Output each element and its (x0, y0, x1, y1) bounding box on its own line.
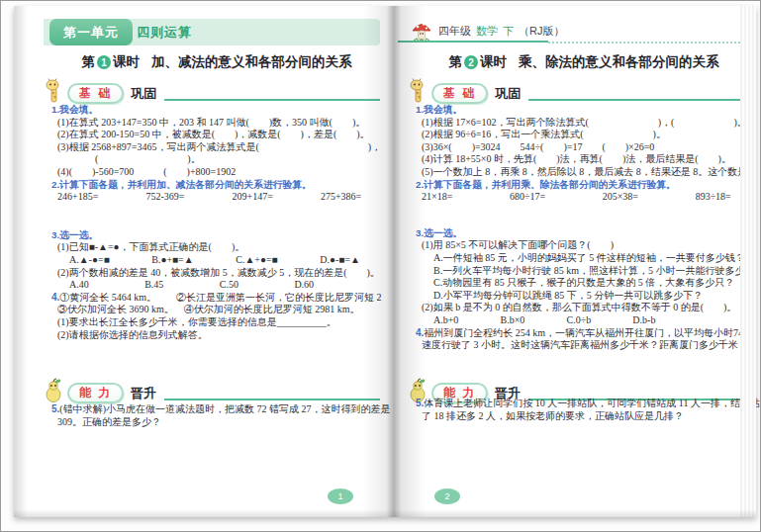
question-line: (2)两个数相减的差是 40，被减数增加 5，减数减少 5，现在的差是( )。 (51, 267, 382, 280)
question-4: 4.福州到厦门全程约长 254 km，一辆汽车从福州开往厦门，以平均每小时74 … (416, 327, 752, 340)
lesson-number-badge: 2 (464, 55, 478, 69)
question-text: 福州到厦门全程约长 254 km，一辆汽车从福州开往厦门，以平均每小时74 km… (424, 327, 752, 338)
option: A.b+0 (433, 314, 458, 327)
question-line: (2)如果 b 是不为 0 的自然数，那么下面算式中得数不等于 0 的是( )。 (416, 302, 752, 314)
option-line: B.一列火车平均每小时行驶 85 km，照这样计算，5 小时一共能行驶多少千米？ (416, 265, 752, 278)
header-dotted-line (548, 42, 740, 44)
question-line: (2)根据 96÷6=16，写出一个乘法算式( )。 (416, 129, 752, 141)
right-basic-section-header: 基 础 巩固 (408, 78, 752, 104)
left-basic-section-header: 基 础 巩固 (44, 78, 380, 104)
lesson-suffix: 课时 (480, 53, 507, 71)
left-ability-content: 5.(错中求解)小马虎在做一道减法题时，把减数 72 错写成 27，这时得到的差… (51, 403, 382, 428)
right-page-header: 四年级 数学 下 （RJ版） (412, 19, 753, 43)
basic-badge-label: 基 础 (443, 85, 476, 102)
giraffe-mascot-icon (408, 78, 429, 104)
question-line: (4)计算 18+55×0 时，先算( )法，再算( )法，最后结果是( )。 (416, 153, 752, 166)
equation: 680÷17= (510, 191, 545, 204)
open-book: 第一单元 四则运算 第 1 课时 加、减法的意义和各部分间的关系 (14, 6, 756, 517)
question-line: (5)一个数加上 8，再乘 8，然后除以 8，最后减去 8，结果还是 8。这个数… (416, 166, 752, 179)
option: B.b×0 (501, 314, 525, 327)
option: A.40 (69, 279, 89, 292)
equation: 752-369= (145, 191, 184, 204)
lesson-number-badge: 1 (97, 55, 111, 69)
question-line: ( )。 (51, 153, 382, 166)
unit-title-box: 第一单元 (49, 19, 133, 45)
question-line: (1)根据 17×6=102，写出两个除法算式( )，( )。 (416, 117, 752, 130)
page-number-value: 2 (444, 491, 449, 501)
option-line: A.一件短袖 85 元，小明的妈妈买了 5 件这样的短袖，一共要付多少钱？ (416, 252, 752, 265)
basic-badge: 基 础 (431, 83, 488, 104)
equation: 246+185= (57, 191, 98, 204)
equation: 209+147= (233, 191, 273, 204)
page-edge-bottom (14, 509, 756, 517)
lesson-prefix: 第 (82, 53, 96, 71)
basic-badge-label: 基 础 (79, 85, 112, 102)
subject-label: 数学 (476, 24, 498, 39)
option: D.●-■=▲ (320, 254, 360, 267)
question-line: (1)要求出长江全长多少千米，你需要选择的信息是__________。 (51, 316, 382, 329)
option: A.▲-●=■ (69, 254, 110, 267)
question-3-head: 3.选一选。 (51, 229, 382, 242)
right-lesson-title: 第 2 课时 乘、除法的意义和各部分间的关系 (416, 53, 752, 71)
unit-title: 第一单元 (63, 24, 119, 42)
basic-badge-suffix: 巩固 (495, 85, 521, 103)
question-line: ③伏尔加河全长 3690 km。 ④伏尔加河的长度比尼罗河短 2981 km。 (51, 304, 382, 316)
ability-badge-label: 能 力 (79, 385, 112, 401)
section-underline (164, 99, 380, 101)
giraffe-mascot-icon (44, 78, 65, 104)
lesson-prefix: 第 (449, 53, 463, 71)
volume-label: 下 (503, 24, 514, 39)
question-1-head: 1.我会填。 (51, 104, 382, 117)
option: B.45 (144, 279, 163, 292)
option: C.▲+●=■ (236, 254, 277, 267)
question-line: (2)在算式 200-150=50 中，被减数是( )，减数是( )，差是( )… (51, 129, 382, 141)
basic-badge-suffix: 巩固 (131, 85, 156, 103)
page-number-value: 1 (337, 491, 342, 501)
question-4: 4.①黄河全长 5464 km。 ②长江是亚洲第一长河，它的长度比尼罗河短 27… (51, 292, 382, 305)
option: C.50 (220, 279, 238, 292)
section-underline (164, 399, 380, 400)
question-5: 5.(错中求解)小马虎在做一道减法题时，把减数 72 错写成 27，这时得到的差… (51, 403, 382, 416)
question-line: 速度行驶了 3 小时。这时这辆汽车距离福州多少千米？距离厦门多少千米？ (416, 339, 752, 352)
equation: 205×38= (603, 191, 638, 204)
page-number-left: 1 (328, 488, 353, 504)
lesson-name: 乘、除法的意义和各部分间的关系 (519, 53, 719, 71)
page-number-right: 2 (434, 488, 460, 504)
question-1-head: 1.我会填。 (416, 104, 752, 117)
question-5: 5.体育课上老师让同学们按 10 人一排站队，可同学们错站成 11 人一排，结果… (416, 398, 752, 410)
question-line: (1)在算式 203+147=350 中，203 和 147 叫做( )数，35… (51, 117, 382, 130)
lesson-name: 加、减法的意义和各部分间的关系 (151, 53, 352, 71)
question-line: (3)根据 2568+897=3465，写出两个减法算式是( )， (51, 141, 382, 154)
ability-badge-suffix: 晋升 (131, 385, 156, 402)
work-space (51, 204, 382, 229)
unit-topic: 四则运算 (137, 19, 192, 45)
grade-label: 四年级 (438, 24, 471, 39)
equation-row: 246+185= 752-369= 209+147= 275+386= (51, 191, 361, 204)
question-line: (3)36×( )=3024 544÷( )=17 ( )×26=0 (416, 141, 752, 154)
left-ability-section-header: 能 力 晋升 (44, 378, 380, 403)
basic-badge: 基 础 (67, 83, 124, 104)
question-2-head: 2.计算下面各题，并利用乘、除法各部分间的关系进行验算。 (416, 179, 752, 192)
unit-banner: 第一单元 四则运算 (44, 19, 380, 45)
equation: 21×18= (422, 191, 452, 204)
equation: 275+386= (321, 191, 361, 204)
option: B.●+■=▲ (151, 254, 193, 267)
option: D.60 (294, 279, 314, 292)
section-underline (528, 99, 752, 101)
options-row: A.b+0 B.b×0 C.0÷b D.b-b (416, 314, 655, 327)
page-edge-left (14, 6, 28, 517)
option: C.0÷b (567, 314, 592, 327)
question-2-head: 2.计算下面各题，并利用加、减法各部分间的关系进行验算。 (51, 179, 382, 192)
options-row: A.▲-●=■ B.●+■=▲ C.▲+●=■ D.●-■=▲ (51, 254, 360, 267)
option-line: C.动物园里有 85 只猴子，猴子的只数是大象的 5 倍，大象有多少只？ (416, 277, 752, 290)
work-space (416, 204, 752, 227)
pear-mascot-icon (44, 378, 65, 403)
lesson-suffix: 课时 (113, 53, 140, 71)
question-text: 体育课上老师让同学们按 10 人一排站队，可同学们错站成 11 人一排，结果站成 (424, 398, 761, 408)
textbook-spread: 第一单元 四则运算 第 1 课时 加、减法的意义和各部分间的关系 (0, 0, 761, 532)
option: D.b-b (632, 314, 655, 327)
mushroom-icon (412, 20, 431, 43)
question-line: (1)已知■-▲=●，下面算式正确的是( )。 (51, 241, 382, 254)
left-lesson-title: 第 1 课时 加、减法的意义和各部分间的关系 (51, 53, 382, 71)
header-underline (398, 41, 548, 43)
